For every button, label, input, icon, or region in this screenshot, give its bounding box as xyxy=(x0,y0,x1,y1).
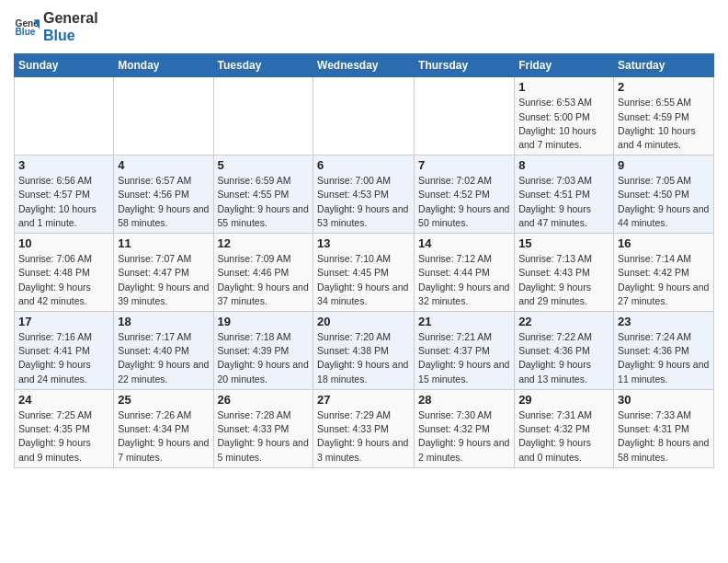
day-number: 27 xyxy=(317,393,410,407)
calendar-cell: 20Sunrise: 7:20 AM Sunset: 4:38 PM Dayli… xyxy=(313,312,415,390)
calendar-cell: 13Sunrise: 7:10 AM Sunset: 4:45 PM Dayli… xyxy=(313,234,415,312)
day-number: 18 xyxy=(118,315,209,328)
day-number: 1 xyxy=(518,80,609,94)
day-number: 20 xyxy=(317,315,410,328)
day-info: Sunrise: 7:18 AM Sunset: 4:39 PM Dayligh… xyxy=(218,330,310,386)
day-info: Sunrise: 7:20 AM Sunset: 4:38 PM Dayligh… xyxy=(317,330,410,386)
calendar-week-1: 3Sunrise: 6:56 AM Sunset: 4:57 PM Daylig… xyxy=(15,155,714,234)
calendar-table: SundayMondayTuesdayWednesdayThursdayFrid… xyxy=(14,53,714,467)
day-number: 6 xyxy=(317,158,410,172)
header-cell-sunday: Sunday xyxy=(15,54,114,77)
day-info: Sunrise: 7:24 AM Sunset: 4:36 PM Dayligh… xyxy=(618,330,710,386)
day-number: 4 xyxy=(118,158,209,172)
day-number: 7 xyxy=(418,158,510,172)
calendar-week-3: 17Sunrise: 7:16 AM Sunset: 4:41 PM Dayli… xyxy=(15,312,714,390)
calendar-cell: 6Sunrise: 7:00 AM Sunset: 4:53 PM Daylig… xyxy=(313,155,415,234)
day-number: 11 xyxy=(118,236,209,250)
header-row: SundayMondayTuesdayWednesdayThursdayFrid… xyxy=(15,54,714,77)
calendar-header: SundayMondayTuesdayWednesdayThursdayFrid… xyxy=(15,54,714,77)
calendar-cell: 21Sunrise: 7:21 AM Sunset: 4:37 PM Dayli… xyxy=(415,312,515,390)
calendar-cell xyxy=(313,77,415,155)
day-info: Sunrise: 7:33 AM Sunset: 4:31 PM Dayligh… xyxy=(618,408,710,465)
day-number: 24 xyxy=(18,393,109,407)
calendar-cell: 22Sunrise: 7:22 AM Sunset: 4:36 PM Dayli… xyxy=(515,312,614,390)
day-info: Sunrise: 7:22 AM Sunset: 4:36 PM Dayligh… xyxy=(518,330,609,386)
header-cell-wednesday: Wednesday xyxy=(313,54,415,77)
logo-icon: General Blue xyxy=(14,14,40,40)
header-cell-monday: Monday xyxy=(114,54,213,77)
day-number: 8 xyxy=(518,158,609,172)
calendar-cell: 25Sunrise: 7:26 AM Sunset: 4:34 PM Dayli… xyxy=(114,389,213,467)
day-number: 3 xyxy=(18,158,109,172)
day-number: 2 xyxy=(618,80,710,94)
calendar-week-0: 1Sunrise: 6:53 AM Sunset: 5:00 PM Daylig… xyxy=(15,77,714,155)
day-info: Sunrise: 6:55 AM Sunset: 4:59 PM Dayligh… xyxy=(618,96,710,152)
day-number: 26 xyxy=(218,393,310,407)
day-number: 19 xyxy=(218,315,310,328)
day-info: Sunrise: 6:59 AM Sunset: 4:55 PM Dayligh… xyxy=(218,174,310,230)
calendar-week-2: 10Sunrise: 7:06 AM Sunset: 4:48 PM Dayli… xyxy=(15,234,714,312)
day-number: 5 xyxy=(218,158,310,172)
page-header: General Blue General Blue xyxy=(14,9,714,44)
calendar-cell: 5Sunrise: 6:59 AM Sunset: 4:55 PM Daylig… xyxy=(213,155,313,234)
calendar-cell: 29Sunrise: 7:31 AM Sunset: 4:32 PM Dayli… xyxy=(515,389,614,467)
calendar-cell: 17Sunrise: 7:16 AM Sunset: 4:41 PM Dayli… xyxy=(15,312,114,390)
day-number: 17 xyxy=(18,315,109,328)
calendar-cell: 23Sunrise: 7:24 AM Sunset: 4:36 PM Dayli… xyxy=(614,312,714,390)
day-number: 9 xyxy=(618,158,710,172)
day-info: Sunrise: 7:25 AM Sunset: 4:35 PM Dayligh… xyxy=(18,408,109,465)
svg-text:Blue: Blue xyxy=(16,28,36,38)
calendar-cell: 7Sunrise: 7:02 AM Sunset: 4:52 PM Daylig… xyxy=(415,155,515,234)
day-number: 10 xyxy=(18,236,109,250)
day-number: 22 xyxy=(518,315,609,328)
day-info: Sunrise: 7:21 AM Sunset: 4:37 PM Dayligh… xyxy=(418,330,510,386)
calendar-cell: 15Sunrise: 7:13 AM Sunset: 4:43 PM Dayli… xyxy=(515,234,614,312)
day-info: Sunrise: 7:14 AM Sunset: 4:42 PM Dayligh… xyxy=(618,252,710,308)
day-info: Sunrise: 6:53 AM Sunset: 5:00 PM Dayligh… xyxy=(518,96,609,152)
calendar-week-4: 24Sunrise: 7:25 AM Sunset: 4:35 PM Dayli… xyxy=(15,389,714,467)
day-info: Sunrise: 7:00 AM Sunset: 4:53 PM Dayligh… xyxy=(317,174,410,230)
day-info: Sunrise: 6:56 AM Sunset: 4:57 PM Dayligh… xyxy=(18,174,109,230)
calendar-cell xyxy=(213,77,313,155)
day-number: 21 xyxy=(418,315,510,328)
day-info: Sunrise: 7:29 AM Sunset: 4:33 PM Dayligh… xyxy=(317,408,410,465)
calendar-body: 1Sunrise: 6:53 AM Sunset: 5:00 PM Daylig… xyxy=(15,77,714,467)
calendar-cell: 10Sunrise: 7:06 AM Sunset: 4:48 PM Dayli… xyxy=(15,234,114,312)
calendar-cell: 8Sunrise: 7:03 AM Sunset: 4:51 PM Daylig… xyxy=(515,155,614,234)
day-info: Sunrise: 7:26 AM Sunset: 4:34 PM Dayligh… xyxy=(118,408,209,465)
calendar-cell: 11Sunrise: 7:07 AM Sunset: 4:47 PM Dayli… xyxy=(114,234,213,312)
header-cell-thursday: Thursday xyxy=(415,54,515,77)
calendar-cell: 16Sunrise: 7:14 AM Sunset: 4:42 PM Dayli… xyxy=(614,234,714,312)
day-number: 13 xyxy=(317,236,410,250)
day-number: 25 xyxy=(118,393,209,407)
calendar-cell: 14Sunrise: 7:12 AM Sunset: 4:44 PM Dayli… xyxy=(415,234,515,312)
calendar-cell: 19Sunrise: 7:18 AM Sunset: 4:39 PM Dayli… xyxy=(213,312,313,390)
calendar-cell: 24Sunrise: 7:25 AM Sunset: 4:35 PM Dayli… xyxy=(15,389,114,467)
day-number: 12 xyxy=(218,236,310,250)
calendar-cell: 3Sunrise: 6:56 AM Sunset: 4:57 PM Daylig… xyxy=(15,155,114,234)
calendar-cell xyxy=(114,77,213,155)
calendar-cell: 26Sunrise: 7:28 AM Sunset: 4:33 PM Dayli… xyxy=(213,389,313,467)
calendar-cell: 27Sunrise: 7:29 AM Sunset: 4:33 PM Dayli… xyxy=(313,389,415,467)
day-info: Sunrise: 7:12 AM Sunset: 4:44 PM Dayligh… xyxy=(418,252,510,308)
day-info: Sunrise: 7:30 AM Sunset: 4:32 PM Dayligh… xyxy=(418,408,510,465)
day-info: Sunrise: 7:07 AM Sunset: 4:47 PM Dayligh… xyxy=(118,252,209,308)
day-number: 28 xyxy=(418,393,510,407)
day-number: 30 xyxy=(618,393,710,407)
day-info: Sunrise: 7:03 AM Sunset: 4:51 PM Dayligh… xyxy=(518,174,609,230)
day-info: Sunrise: 7:17 AM Sunset: 4:40 PM Dayligh… xyxy=(118,330,209,386)
day-info: Sunrise: 7:05 AM Sunset: 4:50 PM Dayligh… xyxy=(618,174,710,230)
day-number: 29 xyxy=(518,393,609,407)
day-info: Sunrise: 7:13 AM Sunset: 4:43 PM Dayligh… xyxy=(518,252,609,308)
calendar-cell: 18Sunrise: 7:17 AM Sunset: 4:40 PM Dayli… xyxy=(114,312,213,390)
day-info: Sunrise: 7:09 AM Sunset: 4:46 PM Dayligh… xyxy=(218,252,310,308)
day-number: 14 xyxy=(418,236,510,250)
calendar-cell: 1Sunrise: 6:53 AM Sunset: 5:00 PM Daylig… xyxy=(515,77,614,155)
day-info: Sunrise: 6:57 AM Sunset: 4:56 PM Dayligh… xyxy=(118,174,209,230)
day-number: 23 xyxy=(618,315,710,328)
logo-text: General Blue xyxy=(43,9,98,44)
day-info: Sunrise: 7:16 AM Sunset: 4:41 PM Dayligh… xyxy=(18,330,109,386)
header-cell-friday: Friday xyxy=(515,54,614,77)
calendar-cell: 12Sunrise: 7:09 AM Sunset: 4:46 PM Dayli… xyxy=(213,234,313,312)
calendar-cell: 30Sunrise: 7:33 AM Sunset: 4:31 PM Dayli… xyxy=(614,389,714,467)
